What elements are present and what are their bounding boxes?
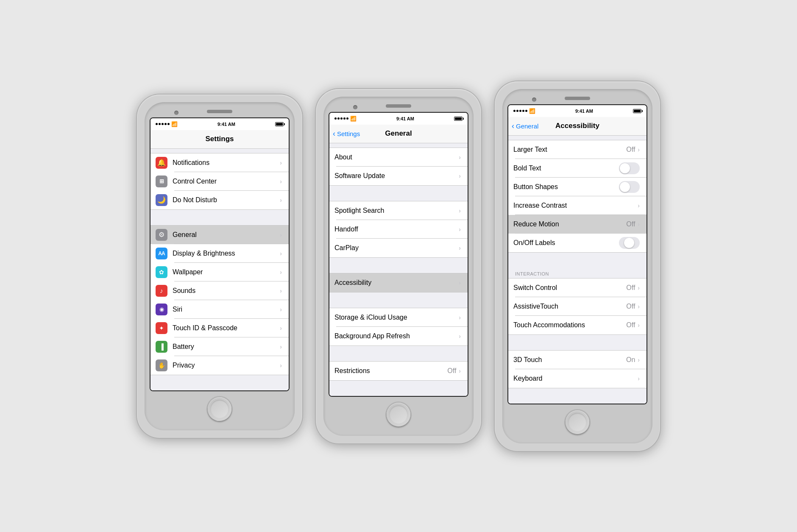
chevron-icon: ›: [280, 362, 282, 369]
do-not-disturb-label: Do Not Disturb: [173, 196, 280, 204]
chevron-icon: ›: [459, 207, 461, 214]
accessibility-group-1: Larger Text Off › Bold Text Button Shape…: [508, 140, 647, 253]
privacy-icon: ✋: [156, 359, 167, 371]
carplay-label: CarPlay: [334, 244, 459, 252]
status-time-2: 9:41 AM: [396, 116, 414, 121]
sounds-icon: ♪: [156, 285, 167, 297]
spotlight-label: Spotlight Search: [334, 207, 459, 214]
nav-back-2[interactable]: ‹ Settings: [333, 130, 360, 137]
nav-title-1: Settings: [205, 135, 234, 143]
back-chevron-icon: ‹: [333, 130, 335, 137]
signal-dot: [522, 110, 524, 112]
list-item-general[interactable]: ⚙ General ›: [150, 226, 289, 244]
speaker-1: [207, 110, 232, 113]
list-item-privacy[interactable]: ✋ Privacy ›: [150, 356, 289, 375]
gap: [329, 186, 468, 201]
list-item-keyboard[interactable]: Keyboard ›: [508, 369, 647, 388]
battery-icon-1: [275, 122, 284, 126]
list-item-accessibility[interactable]: Accessibility ›: [329, 273, 468, 292]
restrictions-value: Off: [447, 367, 456, 375]
list-item-storage[interactable]: Storage & iCloud Usage ›: [329, 308, 468, 327]
gap: [150, 210, 289, 225]
list-item-assistivetouch[interactable]: AssistiveTouch Off ›: [508, 297, 647, 316]
chevron-icon: ›: [280, 159, 282, 166]
siri-label: Siri: [173, 306, 280, 313]
screen-3: 📶 9:41 AM ‹ General Accessibility: [507, 104, 647, 404]
larger-text-value: Off: [626, 146, 635, 153]
general-label: General: [173, 231, 280, 239]
battery-fill-3: [634, 110, 641, 112]
list-item-do-not-disturb[interactable]: 🌙 Do Not Disturb ›: [150, 191, 289, 209]
nav-back-label-2: Settings: [337, 130, 360, 137]
status-time-1: 9:41 AM: [217, 122, 235, 127]
list-item-bold-text[interactable]: Bold Text: [508, 159, 647, 178]
home-button-2[interactable]: [387, 403, 410, 426]
chevron-icon: ›: [638, 202, 640, 209]
phone-top-1: [150, 107, 290, 117]
list-item-onoff-labels[interactable]: On/Off Labels: [508, 234, 647, 252]
general-icon: ⚙: [156, 229, 167, 241]
chevron-icon: ›: [280, 231, 282, 238]
chevron-icon: ›: [638, 303, 640, 310]
gap: [329, 381, 468, 396]
list-item-handoff[interactable]: Handoff ›: [329, 220, 468, 239]
list-item-touch-accommodations[interactable]: Touch Accommodations Off ›: [508, 316, 647, 334]
list-item-larger-text[interactable]: Larger Text Off ›: [508, 140, 647, 159]
list-item-touch-id[interactable]: ✦ Touch ID & Passcode ›: [150, 319, 289, 337]
list-item-about[interactable]: About ›: [329, 148, 468, 167]
battery-icon-2: [454, 117, 463, 121]
list-item-button-shapes[interactable]: Button Shapes: [508, 178, 647, 196]
list-item-sounds[interactable]: ♪ Sounds ›: [150, 281, 289, 300]
list-item-increase-contrast[interactable]: Increase Contrast ›: [508, 196, 647, 215]
nav-back-3[interactable]: ‹ General: [512, 122, 538, 130]
notifications-label: Notifications: [173, 159, 280, 167]
list-item-background-refresh[interactable]: Background App Refresh ›: [329, 327, 468, 345]
signal-dot: [513, 110, 516, 112]
bold-text-label: Bold Text: [513, 164, 619, 172]
list-item-switch-control[interactable]: Switch Control Off ›: [508, 279, 647, 297]
home-button-inner-2: [389, 405, 408, 424]
list-item-carplay[interactable]: CarPlay ›: [329, 239, 468, 257]
chevron-icon: ›: [638, 146, 640, 153]
background-refresh-label: Background App Refresh: [334, 332, 459, 340]
accessibility-content: Larger Text Off › Bold Text Button Shape…: [508, 136, 647, 404]
screen-1: 📶 9:41 AM Settings 🔔: [150, 117, 290, 391]
button-shapes-label: Button Shapes: [513, 183, 619, 191]
home-button-area-3: [566, 404, 589, 438]
phone-3: 📶 9:41 AM ‹ General Accessibility: [495, 81, 660, 451]
chevron-icon: ›: [280, 325, 282, 331]
button-shapes-toggle[interactable]: [619, 181, 640, 193]
software-update-label: Software Update: [334, 172, 459, 180]
list-item-siri[interactable]: ◉ Siri ›: [150, 300, 289, 319]
list-item-display[interactable]: AA Display & Brightness ›: [150, 244, 289, 263]
list-item-restrictions[interactable]: Restrictions Off ›: [329, 362, 468, 380]
bold-text-toggle[interactable]: [619, 162, 640, 174]
home-button-3[interactable]: [566, 410, 589, 434]
list-item-notifications[interactable]: 🔔 Notifications ›: [150, 153, 289, 172]
list-item-3d-touch[interactable]: 3D Touch On ›: [508, 351, 647, 369]
list-item-spotlight[interactable]: Spotlight Search ›: [329, 201, 468, 220]
signal-dot: [337, 117, 340, 120]
screen-2: 📶 9:41 AM ‹ Settings General: [329, 112, 468, 397]
speaker-2: [386, 104, 411, 108]
touch-accommodations-value: Off: [626, 321, 635, 329]
list-item-control-center[interactable]: ⊞ Control Center ›: [150, 172, 289, 191]
gap: [329, 143, 468, 148]
signal-dot: [162, 123, 164, 125]
home-button-1[interactable]: [208, 397, 231, 421]
larger-text-label: Larger Text: [513, 146, 626, 153]
list-item-software-update[interactable]: Software Update ›: [329, 167, 468, 185]
reduce-motion-value: Off: [626, 220, 635, 228]
signal-dot: [343, 117, 346, 120]
list-item-wallpaper[interactable]: ✿ Wallpaper ›: [150, 263, 289, 281]
settings-group-1: 🔔 Notifications › ⊞ Control Center › 🌙 D…: [150, 153, 289, 210]
nav-bar-3: ‹ General Accessibility: [508, 117, 647, 136]
list-item-reduce-motion[interactable]: Reduce Motion Off ›: [508, 215, 647, 234]
gap: [508, 335, 647, 350]
gap: [150, 375, 289, 390]
restrictions-label: Restrictions: [334, 367, 447, 375]
chevron-icon: ›: [459, 154, 461, 161]
touch-accommodations-label: Touch Accommodations: [513, 321, 626, 329]
list-item-battery[interactable]: ▐ Battery ›: [150, 337, 289, 356]
onoff-labels-toggle[interactable]: [619, 237, 640, 249]
